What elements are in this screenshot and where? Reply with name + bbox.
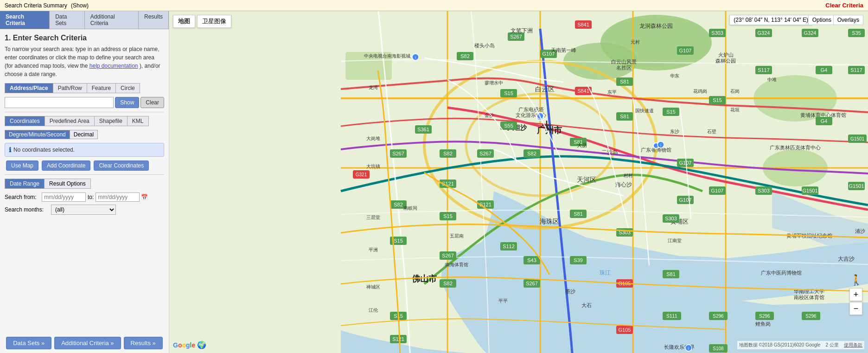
tab-result-options[interactable]: Result Options bbox=[44, 179, 91, 189]
summary-show-link[interactable]: (Show) bbox=[71, 2, 89, 9]
svg-text:S121: S121 bbox=[392, 336, 404, 342]
svg-text:S15: S15 bbox=[504, 90, 513, 96]
google-logo: Google 🌍 bbox=[173, 340, 206, 349]
street-view-icon[interactable]: 🚶 bbox=[849, 274, 862, 286]
svg-text:S43: S43 bbox=[527, 257, 536, 263]
svg-text:江南堂: 江南堂 bbox=[668, 238, 682, 243]
google-earth-icon: 🌍 bbox=[197, 341, 206, 349]
summary-title: Search Criteria Summary bbox=[5, 2, 67, 9]
data-sets-nav-btn[interactable]: Data Sets » bbox=[6, 337, 51, 349]
tab-additional-criteria[interactable]: Additional Criteria bbox=[85, 11, 139, 29]
svg-text:天河区: 天河区 bbox=[577, 176, 596, 183]
date-sep: to: bbox=[88, 194, 94, 200]
svg-text:G107: G107 bbox=[679, 48, 692, 53]
degree-tabs: Degree/Minute/Second Decimal bbox=[5, 130, 164, 139]
svg-text:S303: S303 bbox=[665, 216, 677, 221]
zoom-in-btn[interactable]: + bbox=[849, 288, 862, 301]
tab-kml[interactable]: KML bbox=[127, 116, 149, 126]
date-to-input[interactable] bbox=[96, 193, 140, 202]
svg-text:i: i bbox=[660, 143, 661, 148]
tab-degree-minute-second[interactable]: Degree/Minute/Second bbox=[5, 130, 70, 139]
svg-text:S267: S267 bbox=[526, 281, 538, 286]
address-input-row: Show Clear bbox=[5, 97, 164, 108]
divider-1 bbox=[5, 112, 164, 112]
use-terms-link[interactable]: 使用条款 bbox=[844, 342, 862, 347]
tab-date-range[interactable]: Date Range bbox=[5, 179, 44, 189]
use-map-button[interactable]: Use Map bbox=[6, 160, 38, 171]
date-section: Date Range Result Options Search from: t… bbox=[5, 179, 164, 215]
add-coordinate-button[interactable]: Add Coordinate bbox=[42, 160, 90, 171]
svg-text:S112: S112 bbox=[503, 244, 515, 249]
tab-predefined-area[interactable]: Predefined Area bbox=[45, 116, 94, 126]
bottom-nav: Data Sets » Additional Criteria » Result… bbox=[0, 333, 169, 353]
svg-text:广东电视塔: 广东电视塔 bbox=[518, 107, 544, 112]
svg-text:S35: S35 bbox=[852, 30, 861, 36]
tab-results[interactable]: Results bbox=[139, 11, 169, 29]
svg-text:S82: S82 bbox=[394, 202, 403, 207]
date-from-input[interactable] bbox=[42, 193, 86, 202]
svg-text:S267: S267 bbox=[392, 151, 404, 156]
svg-text:S267: S267 bbox=[510, 34, 522, 39]
tab-circle[interactable]: Circle bbox=[115, 83, 140, 93]
svg-text:S55: S55 bbox=[504, 123, 513, 128]
help-link[interactable]: help documentation bbox=[89, 63, 138, 69]
tab-search-criteria[interactable]: Search Criteria bbox=[0, 11, 50, 29]
address-input[interactable] bbox=[5, 97, 114, 108]
google-e: e bbox=[191, 341, 195, 349]
zoom-controls: 🚶 + − bbox=[849, 274, 862, 316]
tab-decimal[interactable]: Decimal bbox=[70, 130, 98, 139]
svg-text:大吉沙: 大吉沙 bbox=[838, 256, 855, 262]
svg-text:S841: S841 bbox=[577, 22, 589, 27]
search-months-select[interactable]: (all) January February March April May J… bbox=[51, 205, 116, 215]
svg-text:石壁: 石壁 bbox=[707, 129, 716, 134]
svg-text:S81: S81 bbox=[574, 211, 583, 217]
panel-content: 1. Enter Search Criteria To narrow your … bbox=[0, 29, 169, 333]
svg-text:G107: G107 bbox=[679, 160, 692, 166]
clear-coordinates-button[interactable]: Clear Coordinates bbox=[94, 160, 149, 171]
svg-text:元村: 元村 bbox=[631, 39, 640, 45]
map-overlays-btn[interactable]: Overlays bbox=[833, 15, 863, 25]
google-o2: o bbox=[182, 341, 186, 349]
map-area[interactable]: S841 S841 S361 S82 S267 G107 G107 G107 G… bbox=[169, 11, 868, 353]
google-g: G bbox=[173, 341, 178, 349]
svg-text:S296: S296 bbox=[805, 314, 817, 319]
map-coords-display: (23° 08′ 04″ N, 113° 14′ 04″ E) bbox=[729, 15, 812, 25]
clear-criteria-btn[interactable]: Clear Criteria bbox=[825, 2, 863, 9]
tab-coordinates[interactable]: Coordinates bbox=[5, 116, 45, 126]
main-layout: Search Criteria Data Sets Additional Cri… bbox=[0, 11, 868, 353]
info-icon: ℹ bbox=[9, 146, 11, 154]
map-options-btn[interactable]: Options bbox=[808, 15, 836, 25]
svg-text:S81: S81 bbox=[620, 114, 629, 119]
additional-criteria-nav-btn[interactable]: Additional Criteria » bbox=[54, 337, 121, 349]
svg-text:G321: G321 bbox=[356, 172, 367, 177]
svg-text:G324: G324 bbox=[758, 30, 770, 36]
svg-text:文笔下洲: 文笔下洲 bbox=[511, 27, 533, 34]
map-type-controls: 地图 卫星图像 bbox=[173, 15, 231, 28]
clear-address-button[interactable]: Clear bbox=[140, 97, 164, 108]
svg-text:S303: S303 bbox=[711, 30, 723, 36]
no-coords-box: ℹ No coordinates selected. bbox=[5, 143, 164, 157]
svg-text:S82: S82 bbox=[527, 151, 536, 156]
calendar-icon[interactable]: 📅 bbox=[141, 194, 148, 200]
zoom-out-btn[interactable]: − bbox=[849, 302, 862, 315]
svg-text:名胜区: 名胜区 bbox=[616, 65, 632, 71]
svg-text:大沥: 大沥 bbox=[577, 142, 587, 148]
results-nav-btn[interactable]: Results » bbox=[124, 337, 163, 349]
svg-text:S296: S296 bbox=[713, 314, 724, 319]
map-type-satellite-btn[interactable]: 卫星图像 bbox=[197, 15, 231, 28]
tab-path-row[interactable]: Path/Row bbox=[53, 83, 87, 93]
map-type-map-btn[interactable]: 地图 bbox=[173, 15, 195, 28]
svg-text:中央电视台南海影视城: 中央电视台南海影视城 bbox=[364, 53, 410, 58]
tab-shapefile[interactable]: Shapefile bbox=[94, 116, 127, 126]
svg-text:白云区: 白云区 bbox=[535, 85, 555, 93]
tab-feature[interactable]: Feature bbox=[87, 83, 115, 93]
svg-text:i: i bbox=[688, 346, 689, 351]
tab-data-sets[interactable]: Data Sets bbox=[50, 11, 85, 29]
svg-text:G4: G4 bbox=[821, 67, 828, 73]
section-title: 1. Enter Search Criteria bbox=[5, 34, 164, 42]
left-panel: Search Criteria Data Sets Additional Cri… bbox=[0, 11, 169, 353]
show-button[interactable]: Show bbox=[115, 97, 139, 108]
svg-text:S117: S117 bbox=[850, 67, 862, 73]
summary-bar: Search Criteria Summary (Show) Clear Cri… bbox=[0, 0, 868, 11]
tab-address-place[interactable]: Address/Place bbox=[5, 83, 53, 93]
